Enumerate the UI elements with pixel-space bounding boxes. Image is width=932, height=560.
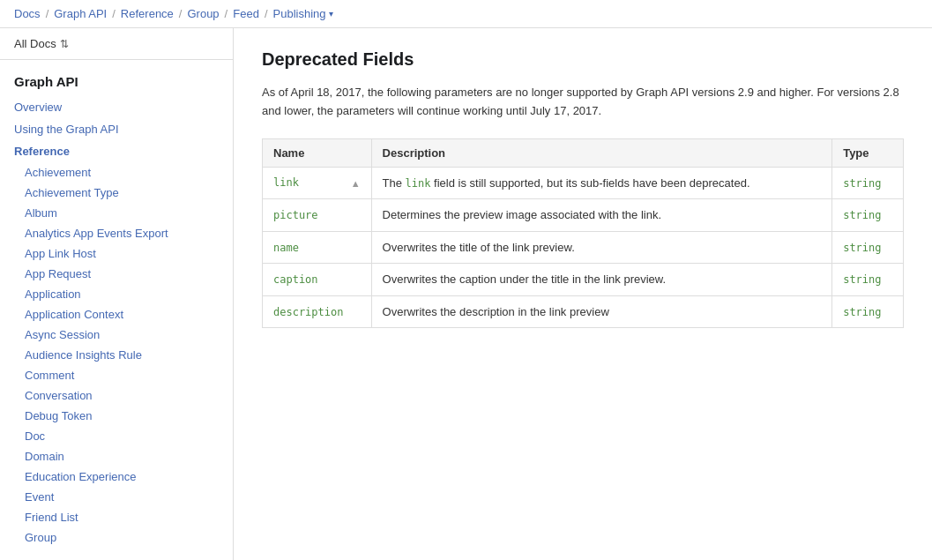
sidebar-top[interactable]: All Docs ⇅: [0, 28, 233, 60]
sidebar-sub-domain[interactable]: Domain: [0, 446, 233, 467]
breadcrumb-sep-1: /: [46, 7, 49, 20]
sidebar-sub-achievement[interactable]: Achievement: [0, 162, 233, 183]
sidebar-sub-friend-list[interactable]: Friend List: [0, 507, 233, 527]
sidebar-section-title: Graph API: [0, 60, 233, 96]
desc-picture: Determines the preview image associated …: [383, 208, 661, 221]
breadcrumb-sep-5: /: [265, 7, 268, 20]
breadcrumb-sep-2: /: [112, 7, 116, 20]
type-value-link: string: [843, 177, 881, 190]
sidebar-sub-audience-insights[interactable]: Audience Insights Rule: [0, 345, 233, 365]
breadcrumb-reference[interactable]: Reference: [121, 7, 174, 20]
table-cell-name: picture: [263, 199, 372, 232]
desc-suffix: field is still supported, but its sub-fi…: [430, 176, 749, 190]
desc-name: Overwrites the title of the link preview…: [383, 241, 575, 254]
type-value-caption: string: [843, 273, 881, 286]
table-row: description Overwrites the description i…: [263, 295, 904, 328]
sidebar-sub-app-link-host[interactable]: App Link Host: [0, 243, 233, 264]
sidebar-sub-group[interactable]: Group: [0, 527, 233, 548]
collapse-arrow-icon[interactable]: ▲: [351, 176, 361, 191]
field-name-description: description: [273, 306, 343, 318]
intro-text: As of April 18, 2017, the following para…: [262, 84, 904, 121]
table-cell-name: caption: [263, 264, 372, 296]
field-name-caption: caption: [273, 273, 318, 286]
sidebar-sub-comment[interactable]: Comment: [0, 365, 233, 385]
table-cell-name: name: [263, 231, 372, 264]
breadcrumb-publishing[interactable]: Publishing ▾: [273, 7, 333, 20]
sidebar-sub-application[interactable]: Application: [0, 284, 233, 304]
table-cell-name: description: [263, 295, 372, 328]
table-row: link ▲ The link field is still supported…: [263, 167, 904, 199]
desc-prefix: The: [383, 176, 406, 190]
sidebar-sub-education-experience[interactable]: Education Experience: [0, 467, 233, 487]
breadcrumb-bar: Docs / Graph API / Reference / Group / F…: [0, 0, 932, 28]
table-cell-desc: Overwrites the caption under the title i…: [371, 264, 832, 296]
table-row: picture Determines the preview image ass…: [263, 199, 904, 232]
sidebar-item-using[interactable]: Using the Graph API: [0, 118, 233, 140]
sidebar-sub-conversation[interactable]: Conversation: [0, 385, 233, 406]
deprecated-fields-table: Name Description Type link ▲ The link fi: [262, 138, 904, 329]
type-value-name: string: [843, 242, 881, 254]
sidebar-sub-doc[interactable]: Doc: [0, 426, 233, 446]
table-row: caption Overwrites the caption under the…: [263, 264, 904, 296]
col-header-type: Type: [832, 138, 904, 167]
sidebar-sub-debug-token[interactable]: Debug Token: [0, 406, 233, 426]
table-cell-type: string: [832, 231, 904, 264]
main-layout: All Docs ⇅ Graph API Overview Using the …: [0, 28, 932, 560]
breadcrumb-publishing-label: Publishing: [273, 7, 326, 20]
breadcrumb-docs[interactable]: Docs: [14, 7, 41, 20]
field-name-link: link: [273, 175, 299, 190]
table-cell-desc: Overwrites the title of the link preview…: [371, 231, 832, 264]
type-value-description: string: [843, 306, 881, 318]
sidebar-sub-analytics[interactable]: Analytics App Events Export: [0, 223, 233, 243]
table-cell-type: string: [832, 295, 904, 328]
sidebar-sub-achievement-type[interactable]: Achievement Type: [0, 183, 233, 203]
table-cell-type: string: [832, 199, 904, 232]
breadcrumb-feed[interactable]: Feed: [233, 7, 259, 20]
sidebar-item-overview[interactable]: Overview: [0, 96, 233, 118]
desc-code: link: [406, 177, 431, 190]
breadcrumb-group[interactable]: Group: [187, 7, 219, 20]
field-name-picture: picture: [273, 209, 318, 221]
sidebar-sub-album[interactable]: Album: [0, 203, 233, 223]
sidebar: All Docs ⇅ Graph API Overview Using the …: [0, 28, 234, 560]
table-row: name Overwrites the title of the link pr…: [263, 231, 904, 264]
field-name-name: name: [273, 242, 299, 254]
sidebar-sub-application-context[interactable]: Application Context: [0, 304, 233, 325]
breadcrumb-sep-4: /: [225, 7, 228, 20]
table-cell-name: link ▲: [263, 167, 372, 199]
sidebar-sub-async-session[interactable]: Async Session: [0, 325, 233, 345]
col-header-name: Name: [263, 138, 372, 167]
table-cell-type: string: [832, 167, 904, 199]
table-cell-desc: Determines the preview image associated …: [371, 199, 832, 232]
breadcrumb-sep-3: /: [179, 7, 183, 20]
page-title: Deprecated Fields: [262, 49, 904, 70]
sort-arrows-icon: ⇅: [60, 38, 69, 50]
chevron-down-icon: ▾: [329, 9, 333, 19]
table-cell-desc: Overwrites the description in the link p…: [371, 295, 832, 328]
sidebar-sub-event[interactable]: Event: [0, 487, 233, 507]
all-docs-label: All Docs: [14, 37, 56, 50]
table-cell-type: string: [832, 264, 904, 296]
content-area: Deprecated Fields As of April 18, 2017, …: [234, 28, 932, 560]
table-header-row: Name Description Type: [263, 138, 904, 167]
sidebar-sub-app-request[interactable]: App Request: [0, 264, 233, 284]
type-value-picture: string: [843, 209, 881, 221]
breadcrumb-graph-api[interactable]: Graph API: [54, 7, 107, 20]
desc-description: Overwrites the description in the link p…: [383, 305, 609, 318]
desc-caption: Overwrites the caption under the title i…: [383, 273, 667, 286]
table-cell-desc: The link field is still supported, but i…: [371, 167, 832, 199]
col-header-description: Description: [371, 138, 832, 167]
sidebar-item-reference[interactable]: Reference: [0, 140, 233, 162]
